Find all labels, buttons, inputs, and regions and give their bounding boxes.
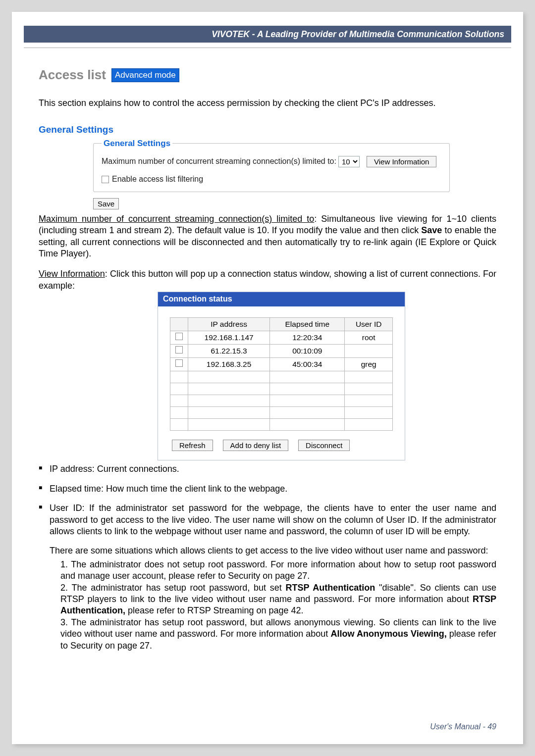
advanced-mode-badge: Advanced mode — [111, 68, 179, 82]
situation-3: 3. The administrator has setup root pass… — [60, 617, 496, 652]
view-info-text: : Click this button will pop up a connec… — [39, 269, 496, 290]
table-header-user: User ID — [345, 317, 393, 331]
max-conn-underline: Maximum number of concurrent streaming c… — [39, 214, 314, 224]
header-bar: VIVOTEK - A Leading Provider of Multimed… — [24, 26, 511, 43]
intro-paragraph: This section explains how to control the… — [39, 98, 496, 109]
table-row-empty — [170, 383, 393, 395]
bullet-userid-text: User ID: If the administrator set passwo… — [50, 503, 496, 536]
table-header-checkbox — [170, 317, 188, 331]
max-conn-save-bold: Save — [421, 225, 442, 235]
table-row: 61.22.15.3 00:10:09 — [170, 345, 393, 358]
situation-2: 2. The administrator has setup root pass… — [60, 582, 496, 617]
enable-filtering-label: Enable access list filtering — [112, 174, 203, 185]
title-row: Access list Advanced mode — [39, 67, 496, 84]
footer: User's Manual - 49 — [430, 722, 496, 731]
max-conn-label: Maximum number of concurrent streaming c… — [102, 156, 336, 167]
cell-ip: 192.168.1.147 — [188, 331, 270, 345]
table-header-row: IP address Elapsed time User ID — [170, 317, 393, 331]
connection-table: IP address Elapsed time User ID 192.168.… — [170, 317, 393, 431]
save-button[interactable]: Save — [93, 198, 119, 209]
table-row-empty — [170, 419, 393, 431]
cell-ip: 192.168.3.25 — [188, 358, 270, 371]
view-info-paragraph: View Information: Click this button will… — [39, 268, 496, 292]
cell-user: greg — [345, 358, 393, 371]
page-title: Access list — [39, 67, 106, 82]
situation-1: 1. The administrator does not setup root… — [60, 559, 496, 582]
add-deny-button[interactable]: Add to deny list — [223, 440, 289, 451]
row-checkbox[interactable] — [175, 346, 183, 353]
table-row: 192.168.1.147 12:20:34 root — [170, 331, 393, 345]
table-header-time: Elapsed time — [270, 317, 345, 331]
disconnect-button[interactable]: Disconnect — [298, 440, 350, 451]
row-checkbox[interactable] — [175, 359, 183, 367]
enable-filtering-checkbox[interactable] — [102, 176, 109, 183]
refresh-button[interactable]: Refresh — [172, 440, 213, 451]
max-conn-paragraph: Maximum number of concurrent streaming c… — [39, 213, 496, 260]
cell-user: root — [345, 331, 393, 345]
table-row-empty — [170, 371, 393, 383]
general-settings-heading: General Settings — [39, 124, 496, 136]
situations-intro: There are some situations which allows c… — [50, 545, 496, 556]
footer-label: User's Manual - — [430, 722, 487, 731]
cell-ip: 61.22.15.3 — [188, 345, 270, 358]
row-checkbox[interactable] — [175, 333, 183, 340]
table-row-empty — [170, 407, 393, 419]
cell-time: 12:20:34 — [270, 331, 345, 345]
table-row: 192.168.3.25 45:00:34 greg — [170, 358, 393, 371]
table-header-ip: IP address — [188, 317, 270, 331]
cell-time: 00:10:09 — [270, 345, 345, 358]
general-settings-panel: General Settings Maximum number of concu… — [93, 138, 450, 192]
cell-time: 45:00:34 — [270, 358, 345, 371]
header-text: VIVOTEK - A Leading Provider of Multimed… — [212, 29, 504, 40]
table-row-empty — [170, 395, 393, 407]
bullet-ip: IP address: Current connections. — [39, 463, 496, 475]
footer-page: 49 — [487, 722, 496, 731]
connection-status-title: Connection status — [158, 292, 405, 306]
cell-user — [345, 345, 393, 358]
view-info-underline: View Information — [39, 269, 105, 279]
bullet-userid: User ID: If the administrator set passwo… — [39, 503, 496, 652]
view-information-button[interactable]: View Information — [367, 156, 436, 167]
general-settings-legend: General Settings — [102, 138, 172, 149]
max-conn-select[interactable]: 10 — [338, 156, 360, 167]
connection-status-panel: Connection status IP address Elapsed tim… — [158, 292, 405, 460]
bullet-elapsed: Elapsed time: How much time the client l… — [39, 483, 496, 495]
